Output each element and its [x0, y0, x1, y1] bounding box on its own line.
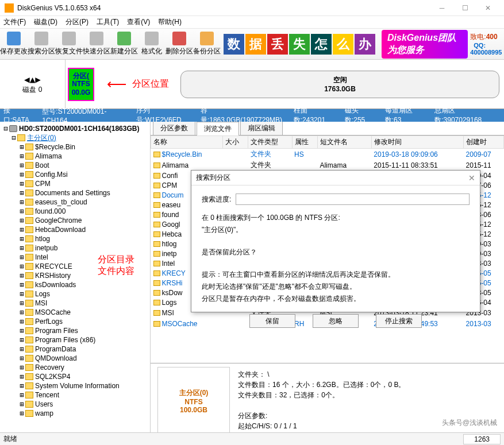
stop-search-button[interactable]: 停止搜索 — [376, 314, 422, 328]
tab[interactable]: 浏览文件 — [197, 122, 239, 136]
expand-icon[interactable]: ⊞ — [18, 226, 25, 234]
expand-icon[interactable]: ⊞ — [18, 382, 25, 390]
tree-item[interactable]: ⊞Recovery — [1, 363, 149, 372]
expand-icon[interactable]: ⊞ — [18, 363, 25, 372]
column-header[interactable]: 文件类型 — [248, 136, 292, 149]
maximize-button[interactable]: ☐ — [453, 0, 476, 16]
menu-item[interactable]: 帮助(H) — [158, 17, 182, 27]
tree-item[interactable]: ⊞System Volume Information — [1, 381, 149, 390]
folder-icon — [153, 251, 160, 257]
column-header[interactable]: 大小 — [222, 136, 248, 149]
expand-icon[interactable]: ⊞ — [18, 400, 25, 408]
tree-item[interactable]: ⊞Program Files — [1, 326, 149, 335]
column-header[interactable]: 名称 — [151, 136, 223, 149]
expand-icon[interactable]: ⊞ — [18, 180, 25, 188]
expand-icon[interactable]: ⊞ — [18, 171, 25, 179]
expand-icon[interactable]: ⊞ — [18, 198, 25, 206]
toolbar-button[interactable]: 搜索分区 — [28, 30, 55, 59]
directory-tree[interactable]: 分区目录 文件内容 ⊟HD0:ST2000DM001-1CH164(1863GB… — [0, 122, 151, 443]
tree-item[interactable]: ⊞CPM — [1, 179, 149, 188]
tree-item[interactable]: ⊞ProgramData — [1, 345, 149, 354]
tree-item[interactable]: ⊞QMDownload — [1, 354, 149, 363]
banner-contact: 致电:400 QQ: 400008995 — [470, 32, 504, 56]
expand-icon[interactable]: ⊞ — [18, 262, 25, 270]
tree-item[interactable]: ⊞PerfLogs — [1, 317, 149, 326]
tree-item[interactable]: ⊞Program Files (x86) — [1, 335, 149, 345]
partition-thumb[interactable]: 分区( NTFS 00.0G — [68, 68, 94, 101]
menu-item[interactable]: 查看(V) — [127, 17, 150, 27]
tree-item[interactable]: ⊟主分区(0) — [1, 133, 149, 142]
column-header[interactable]: 属性 — [292, 136, 317, 149]
expand-icon[interactable]: ⊞ — [18, 143, 25, 151]
expand-icon[interactable]: ⊞ — [18, 152, 25, 160]
tree-item[interactable]: ⊞found.000 — [1, 207, 149, 216]
toolbar-button[interactable]: 保存更改 — [0, 30, 28, 59]
toolbar-button[interactable]: 快速分区 — [83, 30, 110, 59]
expand-icon[interactable]: ⊟ — [10, 134, 17, 142]
menu-item[interactable]: 分区(P) — [66, 17, 89, 27]
expand-icon[interactable]: ⊞ — [18, 161, 25, 169]
expand-icon[interactable]: ⊞ — [18, 281, 25, 289]
tree-item[interactable]: ⊞Logs — [1, 289, 149, 299]
expand-icon[interactable]: ⊞ — [18, 373, 25, 381]
menu-item[interactable]: 磁盘(D) — [34, 17, 57, 27]
toolbar-button[interactable]: 删除分区 — [166, 30, 193, 59]
expand-icon[interactable]: ⊞ — [18, 189, 25, 197]
tree-item[interactable]: ⊞ksDownloads — [1, 280, 149, 289]
expand-icon[interactable]: ⊞ — [18, 308, 25, 316]
tree-item[interactable]: ⊞HebcaDownload — [1, 225, 149, 234]
expand-icon[interactable]: ⊞ — [18, 216, 25, 225]
ignore-button[interactable]: 忽略 — [313, 314, 359, 328]
tree-item[interactable]: ⊞Boot — [1, 161, 149, 170]
tree-item[interactable]: ⊞Tencent — [1, 390, 149, 400]
toolbar-button[interactable]: 格式化 — [138, 30, 166, 59]
file-row[interactable]: $Recycle.Bin文件夹HS2019-03-18 09:09:062009… — [151, 149, 504, 160]
tree-item[interactable]: ⊞Documents and Settings — [1, 188, 149, 198]
expand-icon[interactable]: ⊞ — [18, 345, 25, 353]
tab[interactable]: 扇区编辑 — [240, 122, 283, 135]
disk-nav-arrows[interactable]: ◀▲▶ — [24, 74, 41, 85]
keep-button[interactable]: 保留 — [249, 314, 295, 328]
expand-icon[interactable]: ⊞ — [18, 207, 25, 215]
column-header[interactable]: 短文件名 — [317, 136, 371, 149]
expand-icon[interactable]: ⊞ — [18, 235, 25, 243]
tree-item[interactable]: ⊞wamp — [1, 409, 149, 418]
expand-icon[interactable]: ⊞ — [18, 253, 25, 261]
expand-icon[interactable]: ⊟ — [2, 125, 9, 133]
expand-icon[interactable]: ⊞ — [18, 354, 25, 362]
toolbar-button[interactable]: 新建分区 — [110, 30, 138, 59]
tree-item[interactable]: ⊞htlog — [1, 234, 149, 243]
toolbar-button[interactable]: 备份分区 — [193, 30, 221, 59]
dialog-close-icon[interactable]: ✕ — [468, 173, 475, 183]
tree-item[interactable]: ⊞easeus_tb_cloud — [1, 198, 149, 207]
tree-disk-node[interactable]: ⊟HD0:ST2000DM001-1CH164(1863GB) — [1, 124, 149, 133]
tree-item[interactable]: ⊞SQL2KSP4 — [1, 372, 149, 381]
tree-item[interactable]: ⊞$Recycle.Bin — [1, 142, 149, 152]
tree-item[interactable]: ⊞MSOCache — [1, 308, 149, 317]
expand-icon[interactable]: ⊞ — [18, 336, 25, 344]
close-button[interactable]: ✕ — [476, 0, 499, 16]
expand-icon[interactable]: ⊞ — [18, 272, 25, 280]
tree-item[interactable]: ⊞MSI — [1, 299, 149, 308]
expand-icon[interactable]: ⊞ — [18, 318, 25, 326]
toolbar-button[interactable]: 恢复文件 — [55, 30, 83, 59]
menu-item[interactable]: 工具(T) — [97, 17, 119, 27]
tree-item[interactable]: ⊞Config.Msi — [1, 170, 149, 179]
expand-icon[interactable]: ⊞ — [18, 327, 25, 335]
expand-icon[interactable]: ⊞ — [18, 244, 25, 252]
tab[interactable]: 分区参数 — [153, 122, 195, 135]
tree-item[interactable]: ⊞inetpub — [1, 243, 149, 253]
file-row[interactable]: Alimama文件夹Alimama2015-11-11 08:33:512015… — [151, 160, 504, 171]
tree-item[interactable]: ⊞Users — [1, 400, 149, 409]
expand-icon[interactable]: ⊞ — [18, 290, 25, 298]
column-header[interactable]: 修改时间 — [371, 136, 463, 149]
tree-item[interactable]: ⊞GoogleChrome — [1, 216, 149, 225]
expand-icon[interactable]: ⊞ — [18, 299, 25, 307]
expand-icon[interactable]: ⊞ — [18, 409, 25, 417]
tree-item[interactable]: ⊞Alimama — [1, 152, 149, 161]
menu-item[interactable]: 文件(F) — [3, 17, 26, 27]
free-space-bar[interactable]: 空闲 1763.0GB — [180, 71, 499, 98]
column-header[interactable]: 创建时 — [464, 136, 504, 149]
minimize-button[interactable]: ─ — [430, 0, 453, 16]
expand-icon[interactable]: ⊞ — [18, 391, 25, 399]
